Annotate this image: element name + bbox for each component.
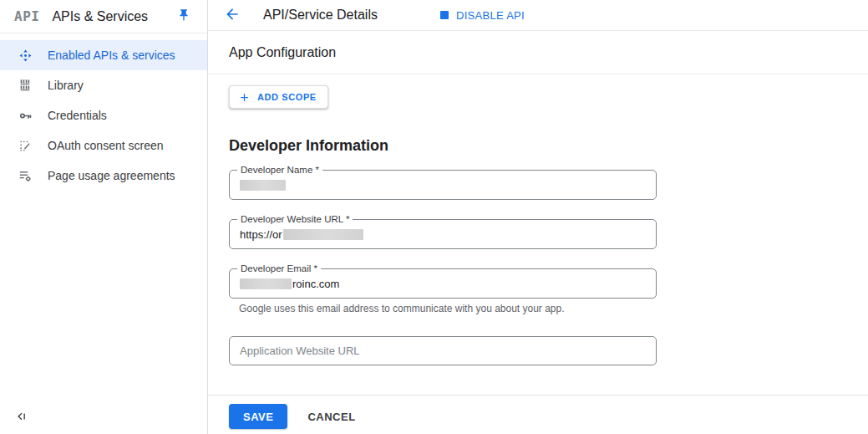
- developer-email-label: Developer Email *: [237, 263, 321, 274]
- developer-email-field[interactable]: Developer Email * roinc.com: [229, 268, 657, 299]
- sidebar-item-credentials[interactable]: Credentials: [0, 100, 207, 130]
- page-header: API/Service Details DISABLE API: [208, 0, 868, 31]
- developer-information-heading: Developer Information: [229, 137, 868, 155]
- disable-api-label: DISABLE API: [456, 9, 525, 22]
- sidebar-header: API APIs & Services: [0, 0, 207, 33]
- arrow-back-icon: [224, 6, 241, 25]
- developer-name-field[interactable]: Developer Name *: [229, 170, 657, 200]
- add-scope-button[interactable]: ADD SCOPE: [229, 85, 328, 109]
- pin-button[interactable]: [174, 7, 194, 27]
- form-action-bar: SAVE CANCEL: [208, 395, 868, 434]
- developer-website-url-label: Developer Website URL *: [237, 213, 353, 225]
- application-website-url-input[interactable]: [229, 336, 657, 365]
- plus-icon: [238, 91, 251, 104]
- app-root: API APIs & Services: [0, 0, 868, 434]
- email-visible-suffix: roinc.com: [292, 278, 339, 290]
- stop-square-icon: [440, 11, 449, 19]
- pin-icon: [177, 8, 190, 24]
- library-icon: [18, 78, 33, 93]
- url-visible-prefix: https://or: [240, 228, 282, 241]
- app-configuration-content: ADD SCOPE Developer Information Develope…: [208, 74, 868, 395]
- developer-website-url-field[interactable]: Developer Website URL * https://or: [229, 219, 657, 249]
- cancel-button[interactable]: CANCEL: [307, 411, 355, 423]
- developer-name-label: Developer Name *: [237, 164, 322, 176]
- sidebar: API APIs & Services: [0, 0, 208, 434]
- main-panel: API/Service Details DISABLE API App Conf…: [208, 0, 868, 434]
- page-agreements-icon: [18, 168, 33, 183]
- sidebar-item-label: Enabled APIs & services: [48, 49, 175, 62]
- key-icon: [18, 108, 33, 123]
- redacted-text: [283, 229, 363, 240]
- add-scope-label: ADD SCOPE: [257, 92, 317, 102]
- enabled-apis-icon: [18, 48, 33, 63]
- sidebar-item-label: OAuth consent screen: [48, 139, 164, 152]
- api-logo: API: [14, 8, 39, 24]
- sidebar-item-oauth-consent[interactable]: OAuth consent screen: [0, 130, 207, 161]
- collapse-sidebar-icon: [16, 411, 28, 425]
- sidebar-title: APIs & Services: [52, 9, 174, 24]
- sidebar-item-page-usage-agreements[interactable]: Page usage agreements: [0, 161, 207, 191]
- sidebar-item-label: Library: [48, 79, 84, 92]
- redacted-text: [240, 278, 292, 289]
- save-button[interactable]: SAVE: [229, 404, 287, 429]
- page-title: API/Service Details: [263, 8, 378, 23]
- disable-api-button[interactable]: DISABLE API: [440, 9, 525, 22]
- sidebar-item-label: Credentials: [48, 109, 107, 122]
- email-helper-text: Google uses this email address to commun…: [239, 303, 868, 314]
- section-bar: App Configuration: [208, 31, 868, 74]
- sidebar-item-enabled-apis[interactable]: Enabled APIs & services: [0, 40, 207, 70]
- redacted-text: [240, 180, 286, 191]
- collapse-sidebar-button[interactable]: [16, 409, 33, 426]
- sidebar-nav: Enabled APIs & services Library: [0, 40, 207, 191]
- oauth-consent-icon: [18, 138, 33, 153]
- sidebar-item-library[interactable]: Library: [0, 70, 207, 100]
- section-title: App Configuration: [229, 45, 336, 60]
- sidebar-item-label: Page usage agreements: [48, 169, 175, 182]
- back-button[interactable]: [222, 5, 242, 25]
